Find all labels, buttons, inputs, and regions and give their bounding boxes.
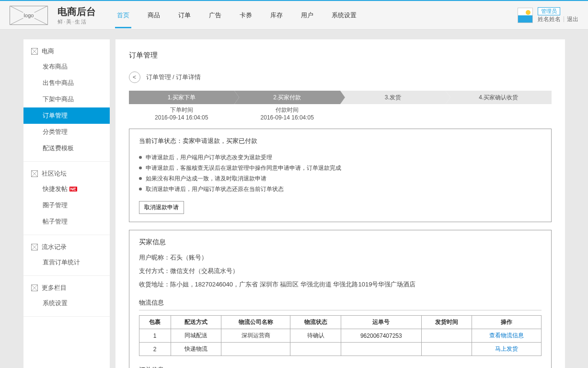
nav-item-5[interactable]: 库存: [268, 2, 285, 28]
top-nav: 首页商品订单广告卡券库存用户系统设置: [115, 2, 518, 28]
nav-item-4[interactable]: 卡券: [238, 2, 254, 28]
logi-action-link-1[interactable]: 马上发货: [495, 345, 518, 352]
step-2: 3.发货: [340, 91, 446, 104]
sidebar-section-1[interactable]: 社区论坛: [23, 166, 110, 181]
sidebar-item-label: 下架中商品: [43, 95, 74, 104]
cell-action: 查看物流信息: [472, 329, 541, 343]
cell-pkg: 1: [139, 329, 171, 343]
header: logo 电商后台 鲜·美·生活 首页商品订单广告卡券库存用户系统设置 管理员 …: [0, 1, 588, 30]
sidebar-item-label: 圈子管理: [43, 201, 68, 210]
sidebar-section-0[interactable]: 电商: [23, 44, 110, 59]
sidebar-item-1-2[interactable]: 帖子管理: [23, 214, 110, 230]
buyer-payment: 支付方式：微信支付（交易流水号）: [139, 267, 542, 275]
sidebar-item-label: 出售中商品: [43, 79, 74, 87]
cell-method: 快递物流: [171, 343, 221, 356]
sidebar-item-0-3[interactable]: 订单管理: [23, 107, 110, 124]
sidebar-item-1-0[interactable]: 快捷发帖NE: [23, 181, 110, 197]
sidebar-item-0-0[interactable]: 发布商品: [23, 59, 110, 75]
sidebar-item-label: 发布商品: [43, 62, 68, 71]
back-button[interactable]: <: [129, 71, 140, 83]
logout-link[interactable]: 退出: [567, 15, 578, 24]
buyer-info-title: 买家信息: [139, 238, 542, 247]
sidebar-item-0-2[interactable]: 下架中商品: [23, 91, 110, 107]
status-panel: 当前订单状态：卖家申请退款，买家已付款 申请退款后，用户端用户订单状态改变为退款…: [129, 129, 552, 222]
username: 姓名姓名: [538, 15, 561, 24]
logi-header: 包裹: [139, 316, 171, 329]
sidebar-item-0-4[interactable]: 分类管理: [23, 124, 110, 140]
avatar[interactable]: [518, 8, 533, 23]
cell-company: [221, 343, 290, 356]
logi-header: 物流公司名称: [221, 316, 290, 329]
sidebar-item-label: 帖子管理: [43, 217, 68, 226]
status-note-0: 申请退款后，用户端用户订单状态改变为退款受理: [139, 152, 542, 163]
logi-header: 物流状态: [290, 316, 341, 329]
sidebar-item-label: 订单管理: [43, 111, 68, 120]
table-row: 1同城配送深圳运营商待确认9620067407253查看物流信息: [139, 329, 541, 343]
section-title: 更多栏目: [42, 284, 67, 292]
nav-item-6[interactable]: 用户: [299, 2, 315, 28]
logi-header: 发货时间: [421, 316, 472, 329]
logi-action-link-0[interactable]: 查看物流信息: [489, 332, 524, 339]
section-title: 社区论坛: [42, 169, 67, 178]
nav-item-3[interactable]: 广告: [207, 2, 223, 28]
cell-action: 马上发货: [472, 343, 541, 356]
step-3: 4.买家确认收货: [446, 91, 552, 104]
brand: 电商后台 鲜·美·生活: [58, 5, 96, 25]
step-1: 2.买家付款: [234, 91, 340, 104]
section-icon: [31, 244, 38, 250]
sidebar-item-0-5[interactable]: 配送费模板: [23, 140, 110, 156]
sidebar-item-2-0[interactable]: 直营订单统计: [23, 254, 110, 271]
detail-panel: 买家信息 用户昵称：石头（账号） 支付方式：微信支付（交易流水号） 收货地址：陈…: [129, 230, 552, 368]
step-time-1: 付款时间2016-09-14 16:04:05: [234, 106, 340, 121]
section-icon: [31, 48, 38, 55]
step-time-3: [446, 106, 552, 121]
step-times: 下单时间2016-09-14 16:04:05付款时间2016-09-14 16…: [129, 106, 552, 121]
cell-method: 同城配送: [171, 329, 221, 343]
nav-item-2[interactable]: 订单: [176, 2, 193, 28]
sidebar-section-2[interactable]: 流水记录: [23, 240, 110, 254]
logistics-title: 物流信息: [139, 298, 542, 310]
logo-placeholder: logo: [10, 6, 48, 25]
section-title: 流水记录: [42, 243, 67, 251]
cell-tracking: [341, 343, 421, 356]
progress-steps: 1.买家下单2.买家付款3.发货4.买家确认收货: [129, 91, 552, 104]
sidebar-item-label: 配送费模板: [43, 144, 74, 153]
user-area: 管理员 姓名姓名 退出: [518, 7, 578, 24]
order-status: 当前订单状态：卖家申请退款，买家已付款: [139, 137, 542, 145]
order-info-title: 订单信息: [139, 366, 542, 368]
step-time-2: [340, 106, 446, 121]
step-0: 1.买家下单: [129, 91, 235, 104]
sidebar-item-label: 直营订单统计: [43, 258, 80, 267]
page-title: 订单管理: [129, 51, 552, 60]
logi-header: 配送方式: [171, 316, 221, 329]
status-note-3: 取消退款申请后，用户端订单状态还原在当前订单状态: [139, 184, 542, 194]
nav-item-0[interactable]: 首页: [115, 2, 131, 28]
status-note-1: 申请退款后，客服核查无误后在退款管理中操作同意申请申请，订单退款完成: [139, 163, 542, 173]
sidebar-item-0-1[interactable]: 出售中商品: [23, 75, 110, 91]
logi-header: 操作: [472, 316, 541, 329]
cell-ship_time: [421, 343, 472, 356]
sidebar-item-3-0[interactable]: 系统设置: [23, 295, 110, 311]
nav-item-1[interactable]: 商品: [146, 2, 162, 28]
buyer-address: 收货地址：陈小姐，18270246040，广东省 深圳市 福田区 华强北街道 华…: [139, 280, 542, 289]
admin-badge: 管理员: [538, 7, 560, 15]
nav-item-7[interactable]: 系统设置: [330, 2, 358, 28]
sidebar-item-1-1[interactable]: 圈子管理: [23, 197, 110, 214]
cell-tracking: 9620067407253: [341, 329, 421, 343]
cell-status: [290, 343, 341, 356]
status-note-2: 如果没有和用户达成一致，请及时取消退款申请: [139, 173, 542, 184]
sidebar-item-label: 系统设置: [43, 299, 68, 308]
sidebar-item-label: 快捷发帖: [43, 185, 68, 193]
new-badge: NE: [69, 187, 78, 191]
table-row: 2快递物流马上发货: [139, 343, 541, 356]
sidebar-section-3[interactable]: 更多栏目: [23, 281, 110, 295]
cell-pkg: 2: [139, 343, 171, 356]
section-icon: [31, 170, 38, 177]
breadcrumb: 订单管理 / 订单详情: [146, 73, 201, 82]
cancel-refund-button[interactable]: 取消退款申请: [139, 201, 184, 214]
buyer-nickname: 用户昵称：石头（账号）: [139, 253, 542, 262]
section-icon: [31, 285, 38, 291]
divider: [564, 16, 564, 22]
cell-ship_time: [421, 329, 472, 343]
step-time-0: 下单时间2016-09-14 16:04:05: [129, 106, 235, 121]
